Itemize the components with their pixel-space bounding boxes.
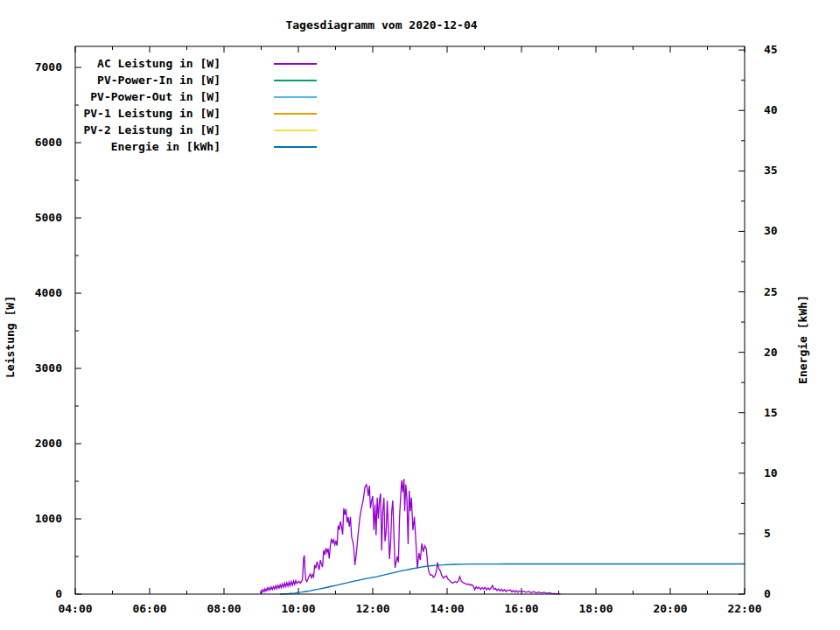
tagesdiagramm-chart: Tagesdiagramm vom 2020-12-04 Leistung [W… <box>0 0 840 630</box>
legend-label: PV-2 Leistung in [W] <box>83 123 220 136</box>
y2-tick-label: 30 <box>764 224 778 237</box>
x-tick-label: 14:00 <box>430 602 464 615</box>
x-tick-label: 10:00 <box>281 602 315 615</box>
y2-tick-label: 45 <box>764 43 778 56</box>
y-tick-label: 5000 <box>35 211 62 224</box>
y-tick-label: 3000 <box>35 361 62 374</box>
x-tick-label: 12:00 <box>355 602 389 615</box>
y-tick-label: 0 <box>55 587 62 600</box>
y-tick-label: 7000 <box>35 60 62 74</box>
legend-label: AC Leistung in [W] <box>97 57 220 70</box>
y-tick-label: 6000 <box>35 136 62 149</box>
y-axis-label: Leistung [W] <box>4 296 17 378</box>
legend-label: PV-1 Leistung in [W] <box>83 107 220 120</box>
legend-label: PV-Power-In in [W] <box>97 74 220 87</box>
y2-tick-label: 0 <box>764 587 771 600</box>
x-tick-label: 06:00 <box>132 602 166 615</box>
y2-tick-label: 25 <box>764 285 778 298</box>
y-tick-label: 1000 <box>35 512 62 525</box>
y2-tick-label: 15 <box>764 406 778 419</box>
x-tick-label: 04:00 <box>58 602 92 615</box>
y-tick-label: 2000 <box>35 437 62 450</box>
legend-label: Energie in [kWh] <box>111 140 220 153</box>
x-tick-label: 22:00 <box>727 602 761 615</box>
y2-tick-label: 40 <box>764 103 778 116</box>
y2-tick-label: 20 <box>764 346 778 359</box>
x-tick-label: 16:00 <box>504 602 538 615</box>
chart-title: Tagesdiagramm vom 2020-12-04 <box>285 18 477 32</box>
x-tick-label: 08:00 <box>206 602 241 615</box>
x-tick-label: 18:00 <box>578 602 612 615</box>
y2-tick-label: 35 <box>764 164 778 177</box>
chart-canvas: Tagesdiagramm vom 2020-12-04 Leistung [W… <box>0 0 840 630</box>
y2-tick-label: 5 <box>764 527 771 540</box>
y-tick-label: 4000 <box>35 286 62 299</box>
y2-tick-label: 10 <box>764 466 778 480</box>
y2-axis-label: Energie [kWh] <box>796 295 809 384</box>
x-tick-label: 20:00 <box>653 602 687 615</box>
legend-label: PV-Power-Out in [W] <box>90 90 220 103</box>
